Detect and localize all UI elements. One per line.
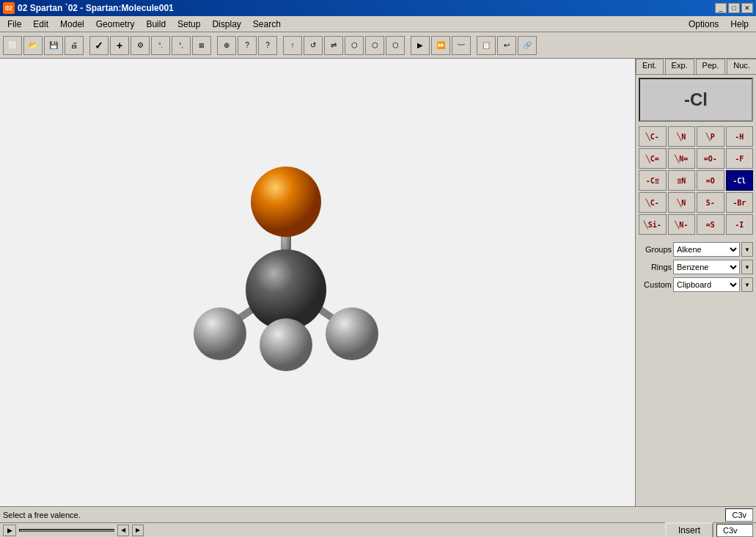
menu-search[interactable]: Search bbox=[247, 16, 287, 32]
menu-options[interactable]: Options bbox=[683, 18, 724, 31]
prev-button[interactable]: ◀ bbox=[117, 525, 129, 536]
sep3 bbox=[279, 36, 282, 55]
app-icon: 02 bbox=[3, 2, 15, 14]
elem-P-single[interactable]: ╲P bbox=[697, 126, 724, 147]
print-button[interactable]: 🖨 bbox=[65, 36, 84, 55]
wave-button[interactable]: 〰 bbox=[452, 36, 471, 55]
elem-C-single[interactable]: ╲C- bbox=[639, 126, 667, 147]
sep5 bbox=[472, 36, 475, 55]
elem-N-double[interactable]: ╲N= bbox=[668, 148, 696, 169]
sep4 bbox=[406, 36, 409, 55]
hydrogen-atom-center[interactable] bbox=[260, 318, 312, 371]
elem-N-minus[interactable]: ╲N- bbox=[668, 214, 696, 235]
insert-button[interactable]: Insert bbox=[665, 522, 713, 538]
tool1[interactable]: ⊕ bbox=[217, 36, 236, 55]
menu-geometry[interactable]: Geometry bbox=[90, 16, 141, 32]
hydrogen-atom-right[interactable] bbox=[326, 307, 378, 360]
new-button[interactable]: ⬜ bbox=[3, 36, 22, 55]
element-grid: ╲C- ╲N ╲P -H ╲C= ╲N= =O- -F -C≡ ≡N =O -C… bbox=[636, 125, 756, 236]
chlorine-atom[interactable] bbox=[251, 167, 321, 237]
hex3[interactable]: ⬡ bbox=[386, 36, 405, 55]
angle-button[interactable]: °. bbox=[151, 36, 170, 55]
tab-nuc[interactable]: Nuc. bbox=[727, 59, 756, 74]
elem-Si-single[interactable]: ╲Si- bbox=[639, 214, 667, 235]
hex1[interactable]: ⬡ bbox=[345, 36, 364, 55]
slider-track[interactable] bbox=[19, 529, 114, 532]
constraint-button[interactable]: ⊠ bbox=[192, 36, 211, 55]
undo-button[interactable]: ↩ bbox=[497, 36, 516, 55]
hex2[interactable]: ⬡ bbox=[365, 36, 384, 55]
elem-F-single[interactable]: -F bbox=[726, 148, 754, 169]
title-bar-left: 02 02 Spartan `02 - Spartan:Molecule001 bbox=[3, 2, 174, 14]
groups-select[interactable]: Alkene Alkyne Amine bbox=[673, 242, 740, 257]
elem-N-single[interactable]: ╲N bbox=[668, 126, 696, 147]
menu-file[interactable]: File bbox=[1, 16, 27, 32]
sep2 bbox=[213, 36, 216, 55]
tab-pep[interactable]: Pep. bbox=[696, 59, 726, 74]
close-button[interactable]: ✕ bbox=[741, 3, 753, 13]
custom-label: Custom bbox=[639, 280, 672, 289]
elem-C-branch[interactable]: ╲C- bbox=[639, 192, 667, 213]
rings-row: Rings Benzene Cyclohexane Cyclopentane ▼ bbox=[639, 260, 753, 274]
elem-O-single[interactable]: =O- bbox=[697, 148, 724, 169]
hydrogen-atom-left[interactable] bbox=[194, 307, 246, 360]
elem-Cl-single[interactable]: -Cl bbox=[726, 170, 754, 191]
play-button[interactable]: ▶ bbox=[411, 36, 430, 55]
title-bar: 02 02 Spartan `02 - Spartan:Molecule001 … bbox=[0, 0, 756, 16]
tab-ent[interactable]: Ent. bbox=[636, 59, 664, 74]
menu-model[interactable]: Model bbox=[54, 16, 90, 32]
menu-display[interactable]: Display bbox=[206, 16, 246, 32]
molecule-canvas[interactable] bbox=[0, 59, 635, 506]
panel-dropdowns: Groups Alkene Alkyne Amine ▼ Rings Benze… bbox=[636, 239, 756, 295]
selected-element-label: -Cl bbox=[684, 90, 708, 110]
custom-arrow[interactable]: ▼ bbox=[741, 277, 753, 292]
status-bar: Select a free valence. C3v bbox=[0, 506, 756, 522]
elem-N-triple[interactable]: ≡N bbox=[668, 170, 696, 191]
elem-S-double[interactable]: =S bbox=[697, 214, 724, 235]
dihedral-button[interactable]: °, bbox=[172, 36, 191, 55]
custom-select[interactable]: Clipboard Custom1 bbox=[673, 277, 740, 292]
next-button[interactable]: ▶ bbox=[132, 525, 144, 536]
rings-arrow[interactable]: ▼ bbox=[741, 260, 753, 274]
up-button[interactable]: ↑ bbox=[283, 36, 302, 55]
menu-setup[interactable]: Setup bbox=[172, 16, 206, 32]
elem-C-triple[interactable]: -C≡ bbox=[639, 170, 667, 191]
groups-arrow[interactable]: ▼ bbox=[741, 242, 753, 257]
right-panel: Ent. Exp. Pep. Nuc. -Cl ╲C- ╲N ╲P -H ╲C=… bbox=[635, 59, 756, 506]
elem-O-double[interactable]: =O bbox=[697, 170, 724, 191]
clipboard-button[interactable]: 📋 bbox=[477, 36, 496, 55]
elem-H-single[interactable]: -H bbox=[726, 126, 754, 147]
exchange-button[interactable]: ⇌ bbox=[324, 36, 343, 55]
menu-bar: File Edit Model Geometry Build Setup Dis… bbox=[0, 16, 756, 32]
menu-build[interactable]: Build bbox=[140, 16, 172, 32]
tool3[interactable]: ? bbox=[258, 36, 277, 55]
molecule-view bbox=[147, 143, 425, 422]
menu-help[interactable]: Help bbox=[724, 18, 755, 31]
elem-I-single[interactable]: -I bbox=[726, 214, 754, 235]
tool2[interactable]: ? bbox=[238, 36, 257, 55]
link-button[interactable]: 🔗 bbox=[518, 36, 537, 55]
menu-edit[interactable]: Edit bbox=[27, 16, 54, 32]
rings-select[interactable]: Benzene Cyclohexane Cyclopentane bbox=[673, 260, 740, 274]
elem-Br-single[interactable]: -Br bbox=[726, 192, 754, 213]
symmetry-label: C3v bbox=[716, 524, 753, 537]
maximize-button[interactable]: □ bbox=[728, 3, 740, 13]
save-button[interactable]: 💾 bbox=[44, 36, 63, 55]
fragment-button[interactable]: ⚙ bbox=[131, 36, 150, 55]
minimize-button[interactable]: _ bbox=[715, 3, 727, 13]
open-button[interactable]: 📂 bbox=[23, 36, 43, 55]
groups-label: Groups bbox=[639, 245, 672, 254]
carbon-atom[interactable] bbox=[246, 249, 326, 330]
elem-C-double[interactable]: ╲C= bbox=[639, 148, 667, 169]
select-button[interactable]: ✓ bbox=[89, 36, 109, 55]
play-button-bottom[interactable]: ▶ bbox=[3, 525, 16, 536]
toolbar: ⬜ 📂 💾 🖨 ✓ + ⚙ °. °, ⊠ ⊕ ? ? ↑ ↺ ⇌ ⬡ ⬡ ⬡ … bbox=[0, 32, 756, 59]
tab-exp[interactable]: Exp. bbox=[665, 59, 694, 74]
symmetry-display: C3v bbox=[725, 508, 753, 522]
ffwd-button[interactable]: ⏩ bbox=[431, 36, 450, 55]
window-title: 02 Spartan `02 - Spartan:Molecule001 bbox=[18, 3, 174, 13]
add-button[interactable]: + bbox=[110, 36, 129, 55]
elem-S-single[interactable]: S- bbox=[697, 192, 724, 213]
elem-N-branch[interactable]: ╲N bbox=[668, 192, 696, 213]
rotate-button[interactable]: ↺ bbox=[304, 36, 323, 55]
